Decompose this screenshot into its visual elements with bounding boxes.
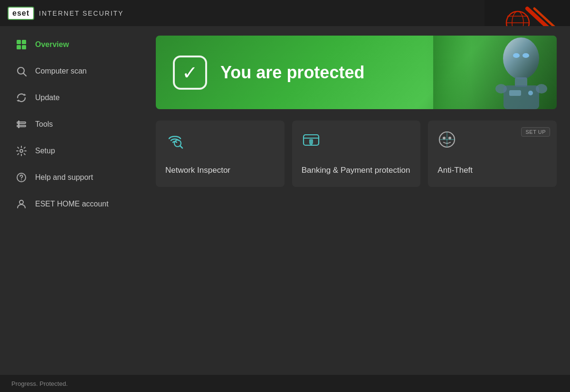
overview-icon	[15, 38, 28, 51]
app-title: INTERNET SECURITY	[39, 9, 124, 17]
network-inspector-icon	[165, 130, 275, 149]
update-label: Update	[35, 93, 60, 102]
svg-point-30	[536, 84, 547, 93]
svg-point-23	[513, 53, 520, 58]
svg-rect-8	[17, 40, 21, 44]
computer-scan-label: Computer scan	[35, 67, 87, 75]
svg-rect-21	[433, 36, 471, 109]
feature-cards: Network Inspector Banking & Payment prot…	[156, 121, 557, 187]
computer-scan-icon	[15, 65, 28, 77]
svg-rect-27	[509, 90, 521, 96]
check-circle: ✓	[173, 56, 207, 90]
sidebar-item-setup[interactable]: Setup	[4, 138, 139, 164]
svg-rect-11	[22, 45, 26, 49]
svg-point-36	[443, 137, 446, 140]
svg-rect-26	[504, 85, 539, 109]
eset-home-icon	[15, 198, 28, 210]
status-bar: Progress. Protected.	[0, 375, 570, 392]
protected-banner: ✓ You are protected	[156, 36, 557, 109]
svg-point-29	[495, 84, 507, 93]
tools-icon	[15, 118, 28, 131]
svg-point-20	[19, 200, 23, 204]
setup-label: Setup	[35, 147, 55, 155]
setup-badge[interactable]: SET UP	[521, 127, 550, 137]
sidebar-item-tools[interactable]: Tools	[4, 112, 139, 137]
svg-rect-16	[18, 121, 19, 128]
sidebar-item-help-support[interactable]: Help and support	[4, 165, 139, 190]
eset-home-label: ESET HOME account	[35, 200, 108, 208]
robot-svg	[433, 36, 557, 109]
banking-payment-icon	[302, 130, 411, 149]
sidebar-item-computer-scan[interactable]: Computer scan	[4, 58, 139, 84]
svg-line-13	[24, 74, 27, 76]
app-body: Overview Computer scan Update	[0, 26, 570, 375]
eset-logo-box: eset	[8, 7, 34, 20]
banking-payment-card[interactable]: Banking & Payment protection	[292, 121, 421, 187]
check-mark-icon: ✓	[182, 63, 198, 82]
network-inspector-card[interactable]: Network Inspector	[156, 121, 285, 187]
protected-text: You are protected	[220, 63, 364, 83]
sidebar-item-update[interactable]: Update	[4, 85, 139, 111]
title-bar: eset INTERNET SECURITY ☽ — ✕	[0, 0, 570, 26]
svg-rect-9	[22, 40, 26, 44]
overview-label: Overview	[35, 40, 69, 49]
tools-label: Tools	[35, 120, 53, 129]
svg-point-28	[528, 91, 533, 95]
svg-point-17	[20, 149, 23, 152]
svg-point-24	[522, 53, 529, 58]
svg-rect-10	[17, 45, 21, 49]
anti-theft-card[interactable]: SET UP Anti-Theft	[428, 121, 557, 187]
setup-icon	[15, 145, 28, 157]
main-content: ✓ You are protected	[142, 26, 570, 375]
robot-image	[424, 36, 557, 109]
svg-line-32	[180, 146, 182, 148]
update-icon	[15, 92, 28, 104]
sidebar-item-eset-home[interactable]: ESET HOME account	[4, 191, 139, 217]
sidebar-item-overview[interactable]: Overview	[4, 32, 139, 57]
anti-theft-label: Anti-Theft	[437, 165, 547, 176]
network-inspector-label: Network Inspector	[165, 165, 275, 176]
help-support-label: Help and support	[35, 173, 93, 182]
banking-payment-label: Banking & Payment protection	[302, 165, 411, 176]
logo-text: eset	[12, 9, 29, 17]
status-text: Progress. Protected.	[11, 380, 68, 387]
svg-point-37	[448, 137, 451, 140]
svg-point-22	[503, 37, 539, 79]
help-support-icon	[15, 171, 28, 184]
app-logo: eset INTERNET SECURITY	[8, 7, 124, 20]
svg-point-19	[21, 179, 22, 180]
sidebar: Overview Computer scan Update	[0, 26, 142, 375]
